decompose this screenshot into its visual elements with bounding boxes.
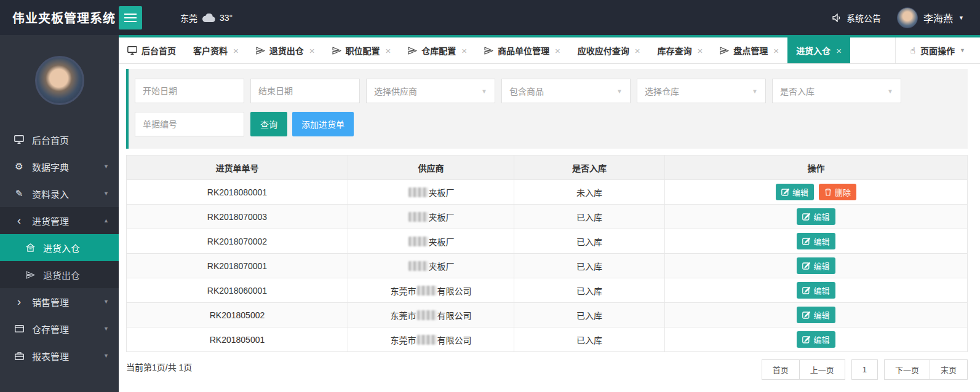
sidebar-item-report-management[interactable]: 报表管理 ▼ [0, 342, 119, 369]
tab-payables-query[interactable]: 应收应付查询 × [569, 37, 649, 63]
status-cell: 已入库 [514, 229, 665, 253]
status-cell: 已入库 [514, 254, 665, 278]
send-icon [408, 47, 417, 55]
pagination: 首页 上一页 1 下一页 末页 [762, 359, 968, 380]
order-no-cell: RK2018080001 [127, 180, 348, 204]
add-purchase-order-button[interactable]: 添加进货单 [292, 112, 354, 136]
table-row: RK201805002 东莞市有限公司 已入库 编辑 [127, 303, 967, 327]
status-cell: 已入库 [514, 205, 665, 229]
product-select[interactable]: 包含商品 ▼ [501, 79, 631, 103]
tab-product-unit-management[interactable]: 商品单位管理 × [476, 37, 569, 63]
sidebar-item-purchase-management[interactable]: ‹ 进货管理 ▲ [0, 207, 119, 234]
supplier-select[interactable]: 选择供应商 ▼ [366, 79, 495, 103]
filter-panel: 选择供应商 ▼ 包含商品 ▼ 选择仓库 ▼ 是否入库 ▼ [126, 69, 968, 149]
supplier-cell: 夹板厂 [348, 254, 514, 278]
tab-return-outbound[interactable]: 退货出仓 × [247, 37, 324, 63]
table-row: RK2018070001 夹板厂 已入库 编辑 [127, 254, 967, 278]
close-icon[interactable]: × [233, 45, 239, 56]
weather-widget: 东莞 33° [180, 12, 233, 24]
edit-button[interactable]: 编辑 [797, 233, 835, 249]
censored-text [417, 310, 437, 320]
order-no-input[interactable] [135, 112, 244, 136]
query-button[interactable]: 查询 [250, 112, 287, 136]
close-icon[interactable]: × [555, 45, 560, 56]
sidebar-item-data-entry[interactable]: ✎ 资料录入 ▼ [0, 180, 119, 207]
page-actions-menu[interactable]: ☝ 页面操作 ▼ [895, 37, 980, 63]
supplier-cell: 东莞市有限公司 [348, 278, 514, 302]
chevron-down-icon: ▼ [103, 163, 109, 170]
menu-toggle-button[interactable] [119, 6, 142, 29]
close-icon[interactable]: × [836, 45, 842, 56]
actions-cell: 编辑 [665, 303, 967, 327]
column-header-actions: 操作 [665, 155, 967, 179]
tab-bar: 后台首页 客户资料 × 退货出仓 × 职位配置 × [119, 35, 980, 64]
send-icon [25, 271, 36, 279]
next-page-button[interactable]: 下一页 [885, 360, 930, 379]
tab-inventory-query[interactable]: 库存查询 × [649, 37, 712, 63]
chevron-down-icon: ▼ [752, 88, 758, 95]
edit-icon [802, 237, 810, 245]
start-date-input[interactable] [135, 79, 244, 103]
chevron-down-icon: ▼ [958, 15, 964, 21]
tab-warehouse-config[interactable]: 仓库配置 × [399, 37, 476, 63]
delete-button[interactable]: 删除 [819, 184, 856, 200]
chevron-left-icon: ‹ [14, 214, 25, 227]
table-row: RK201805001 东莞市有限公司 已入库 编辑 [127, 327, 967, 352]
edit-button[interactable]: 编辑 [797, 282, 835, 299]
close-icon[interactable]: × [309, 45, 315, 56]
tab-stocktake-management[interactable]: 盘点管理 × [711, 37, 787, 63]
sidebar-item-dashboard[interactable]: 后台首页 [0, 126, 119, 153]
instock-select[interactable]: 是否入库 ▼ [772, 79, 901, 103]
chevron-down-icon: ▼ [103, 326, 109, 332]
app-title: 伟业夹板管理系统 [0, 9, 119, 26]
edit-button[interactable]: 编辑 [797, 257, 835, 274]
column-header-status: 是否入库 [514, 155, 665, 179]
system-announcement-button[interactable]: 系统公告 [832, 12, 881, 24]
censored-text [408, 212, 428, 222]
monitor-icon [127, 46, 137, 55]
sidebar-item-purchase-inbound[interactable]: 进货入仓 [0, 234, 119, 261]
actions-cell: 编辑 [665, 254, 967, 278]
speaker-icon [832, 14, 842, 22]
page-summary: 当前第1页/共 1页 [126, 359, 192, 373]
edit-button[interactable]: 编辑 [797, 208, 835, 225]
user-menu[interactable]: 李海燕 ▼ [897, 7, 964, 28]
profile-avatar[interactable] [35, 56, 84, 105]
close-icon[interactable]: × [635, 45, 640, 56]
edit-button[interactable]: 编辑 [797, 307, 835, 323]
supplier-cell: 夹板厂 [348, 180, 514, 204]
user-avatar [897, 7, 918, 28]
actions-cell: 编辑 [665, 229, 967, 253]
close-icon[interactable]: × [386, 45, 391, 56]
end-date-input[interactable] [250, 79, 360, 103]
close-icon[interactable]: × [698, 45, 703, 56]
close-icon[interactable]: × [461, 45, 467, 56]
send-icon [484, 47, 493, 55]
warehouse-select[interactable]: 选择仓库 ▼ [637, 79, 766, 103]
tab-position-config[interactable]: 职位配置 × [324, 37, 400, 63]
chevron-down-icon: ▼ [616, 88, 623, 95]
edit-icon [802, 335, 810, 343]
window-icon [14, 325, 25, 332]
supplier-cell: 东莞市有限公司 [348, 303, 514, 327]
last-page-button[interactable]: 末页 [930, 360, 967, 379]
prev-page-button[interactable]: 上一页 [800, 360, 845, 379]
close-icon[interactable]: × [773, 45, 779, 56]
edit-icon [802, 286, 810, 294]
tab-customer-data[interactable]: 客户资料 × [185, 37, 247, 63]
sidebar-item-warehouse-management[interactable]: 仓存管理 ▼ [0, 315, 119, 342]
send-icon [256, 47, 265, 55]
sidebar-item-return-outbound[interactable]: 退货出仓 [0, 261, 119, 288]
table-header-row: 进货单单号 供应商 是否入库 操作 [127, 155, 967, 180]
edit-button[interactable]: 编辑 [776, 184, 814, 200]
table-row: RK2018080001 夹板厂 未入库 编辑 删除 [127, 180, 967, 205]
tab-purchase-inbound[interactable]: 进货入仓 × [787, 37, 850, 63]
edit-button[interactable]: 编辑 [797, 331, 835, 348]
weather-city: 东莞 [180, 12, 197, 24]
pencil-icon: ✎ [14, 188, 25, 199]
current-page-button[interactable]: 1 [852, 360, 877, 379]
sidebar-item-sales-management[interactable]: › 销售管理 ▼ [0, 288, 119, 315]
sidebar-item-data-dictionary[interactable]: ⚙ 数据字典 ▼ [0, 153, 119, 180]
tab-dashboard[interactable]: 后台首页 [119, 37, 185, 63]
first-page-button[interactable]: 首页 [762, 360, 800, 379]
